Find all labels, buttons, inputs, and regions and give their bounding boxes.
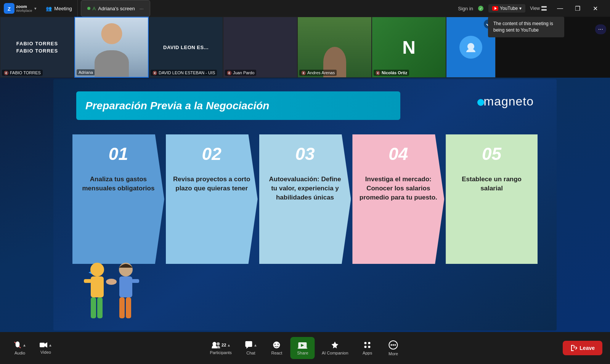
svg-point-35 — [391, 344, 392, 346]
share-label: Share — [297, 351, 308, 355]
participant-tile-nicolas[interactable]: N 🔇 Nicolás Ortiz — [372, 17, 446, 78]
slide-header: Preparación Previa a la Negociación — [76, 91, 400, 120]
maximize-btn[interactable]: ❐ — [569, 0, 586, 17]
sign-in-btn[interactable]: Sign in — [458, 6, 473, 11]
svg-text:✓: ✓ — [479, 6, 482, 11]
participant-name-display: DAVID LEON ES... — [163, 45, 209, 50]
muted-icon: 🔇 — [301, 71, 306, 75]
card-1: 01 Analiza tus gastos mensuales obligato… — [72, 134, 164, 264]
more-label: More — [388, 351, 398, 356]
card-number: 01 — [109, 144, 128, 164]
audio-label: Audio — [14, 351, 25, 355]
card-text: Revisa proyectos a corto plazo que quier… — [172, 175, 252, 193]
participant-name-label: 🔇 Andres Arenas — [299, 70, 337, 76]
app-name: zoom — [16, 5, 32, 9]
svg-rect-6 — [541, 6, 547, 8]
svg-rect-9 — [91, 276, 104, 297]
participant-name-label: 🔇 FABIO TORRES — [2, 70, 43, 76]
participant-tile[interactable]: FABIO TORRES FABIO TORRES 🔇 FABIO TORRES — [0, 17, 74, 78]
svg-rect-20 — [40, 343, 45, 347]
meeting-tab[interactable]: 👥 Meeting — [40, 0, 77, 17]
participant-name-label: 🔇 DAVID LEON ESTEBAN - UIS — [151, 70, 217, 76]
video-icon-area: ▲ — [39, 342, 52, 348]
svg-point-18 — [106, 279, 117, 285]
video-btn[interactable]: ▲ Video — [34, 338, 58, 358]
participant-tile-adriana[interactable]: Adriana — [74, 17, 149, 78]
participant-name-label: Adriana — [77, 69, 95, 75]
svg-rect-11 — [91, 297, 96, 318]
close-btn[interactable]: ✕ — [586, 0, 604, 17]
svg-rect-12 — [97, 297, 103, 318]
screen-share-tab[interactable]: A Adriana's screen ··· — [81, 0, 150, 17]
ai-companion-btn[interactable]: AI Companion — [316, 337, 354, 359]
card-4: 04 Investiga el mercado: Conocer los sal… — [352, 134, 444, 264]
participant-name-label: 🔇 Juan Pardo — [225, 70, 256, 76]
minimize-btn[interactable]: — — [551, 0, 569, 17]
svg-point-37 — [395, 344, 396, 346]
video-label: Video — [40, 350, 51, 354]
svg-point-8 — [90, 263, 104, 276]
share-btn[interactable]: Share — [291, 337, 315, 359]
participants-btn[interactable]: 22 ▲ Participants — [204, 337, 237, 359]
muted-icon: 🔇 — [376, 71, 380, 75]
view-btn[interactable]: View — [530, 6, 547, 11]
verified-icon-area: ✓ — [478, 5, 484, 11]
participants-caret[interactable]: ▲ — [227, 343, 231, 347]
participant-name-display: FABIO TORRES FABIO TORRES — [16, 41, 58, 54]
main-area: Preparación Previa a la Negociación magn… — [0, 78, 610, 332]
participant-tile-david[interactable]: DAVID LEON ES... 🔇 DAVID LEON ESTEBAN - … — [149, 17, 223, 78]
card-number: 02 — [202, 144, 222, 164]
svg-rect-7 — [541, 9, 547, 11]
titlebar-right: Sign in ✓ YouTube ▾ View — ❐ ✕ — [458, 0, 610, 17]
share-icon-area — [298, 341, 308, 349]
muted-icon: 🔇 — [227, 71, 231, 75]
card-text: Analiza tus gastos mensuales obligatorio… — [79, 175, 158, 193]
svg-text:Z: Z — [8, 6, 11, 12]
card-number: 04 — [388, 144, 408, 164]
more-options-btn[interactable]: ··· — [595, 24, 606, 34]
illustration — [72, 254, 149, 323]
apps-label: Apps — [363, 351, 372, 355]
leave-btn[interactable]: Leave — [563, 341, 602, 355]
chat-icon-area: ▲ — [244, 341, 257, 349]
screen-share-icon: A — [93, 6, 96, 11]
chat-label: Chat — [246, 351, 255, 355]
more-btn[interactable]: More — [381, 337, 406, 359]
cards-container: 01 Analiza tus gastos mensuales obligato… — [72, 134, 538, 264]
react-btn[interactable]: React — [265, 337, 289, 359]
svg-point-23 — [217, 342, 220, 345]
app-chevron[interactable]: ▾ — [34, 6, 37, 11]
meeting-icon: 👥 — [46, 6, 52, 11]
apps-btn[interactable]: Apps — [355, 337, 380, 359]
toolbar-right: Leave — [563, 341, 602, 355]
youtube-btn[interactable]: YouTube ▾ — [488, 4, 525, 13]
svg-point-25 — [274, 344, 276, 345]
slide-title: Preparación Previa a la Negociación — [85, 100, 269, 112]
titlebar: Z zoom Workplace ▾ 👥 Meeting A Adriana's… — [0, 0, 610, 17]
audio-btn[interactable]: ▲ Audio — [8, 338, 32, 358]
card-number: 05 — [482, 144, 501, 164]
svg-rect-10 — [84, 279, 92, 283]
screen-share-options[interactable]: ··· — [140, 6, 144, 11]
card-2: 02 Revisa proyectos a corto plazo que qu… — [166, 134, 258, 264]
svg-point-36 — [393, 344, 394, 346]
more-avatar — [459, 36, 482, 59]
green-indicator — [87, 7, 90, 10]
audio-caret[interactable]: ▲ — [22, 343, 26, 347]
chat-btn[interactable]: ▲ Chat — [239, 337, 263, 359]
participant-name-label: 🔇 Nicolás Ortiz — [374, 70, 409, 76]
participants-count: 22 — [222, 343, 226, 347]
view-label: View — [530, 6, 540, 11]
muted-icon: 🔇 — [4, 71, 8, 75]
video-caret[interactable]: ▲ — [48, 343, 52, 347]
svg-rect-29 — [298, 348, 308, 349]
card-text: Establece un rango salarial — [452, 175, 531, 193]
chat-caret[interactable]: ▲ — [254, 343, 257, 347]
ai-companion-icon-area — [330, 341, 340, 349]
screen-share-label: Adriana's screen — [98, 6, 135, 11]
participant-tile-andres[interactable]: 🔇 Andres Arenas — [297, 17, 372, 78]
apps-icon-area — [363, 341, 372, 349]
svg-point-31 — [368, 342, 371, 344]
video-feed — [75, 18, 148, 77]
participant-tile-juan[interactable]: 🔇 Juan Pardo — [223, 17, 297, 78]
